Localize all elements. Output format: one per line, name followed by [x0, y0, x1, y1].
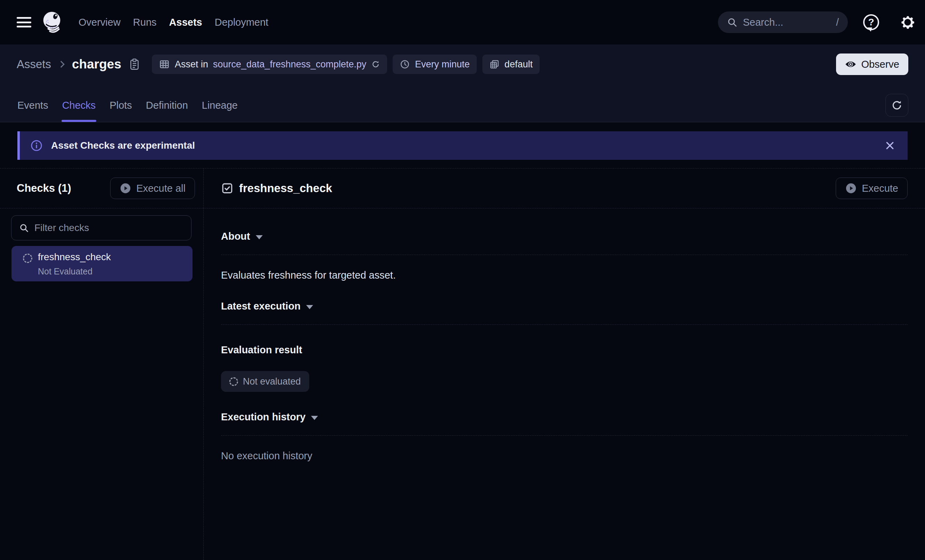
clock-icon — [399, 59, 410, 69]
nav-link-deployment[interactable]: Deployment — [215, 17, 269, 28]
section-divider — [221, 254, 908, 255]
group-tag[interactable]: default — [482, 54, 539, 74]
checkbox-icon — [221, 182, 234, 194]
not-evaluated-spinner-icon — [229, 377, 238, 386]
filter-checks-wrap — [11, 215, 191, 240]
filter-checks-input[interactable] — [35, 222, 184, 233]
page-title: charges — [72, 57, 121, 72]
execute-all-button[interactable]: Execute all — [110, 178, 195, 199]
caret-down-icon — [311, 416, 318, 420]
asset-tabs: Events Checks Plots Definition Lineage — [17, 89, 238, 122]
check-detail-body: About Evaluates freshness for targeted a… — [203, 208, 925, 462]
check-detail-panel: freshness_check Execute About Evaluates … — [203, 169, 925, 560]
execution-history-section-header[interactable]: Execution history — [221, 411, 908, 423]
not-evaluated-spinner-icon — [23, 254, 32, 263]
caret-down-icon — [256, 235, 263, 239]
freshness-schedule-tag[interactable]: Every minute — [393, 54, 477, 74]
nav-link-assets[interactable]: Assets — [169, 17, 202, 28]
primary-nav: Overview Runs Assets Deployment — [78, 17, 268, 28]
caret-down-icon — [306, 305, 313, 309]
section-divider — [221, 435, 908, 436]
repo-grid-icon — [489, 59, 500, 69]
table-grid-icon — [159, 59, 170, 70]
breadcrumb-chevron-icon — [58, 61, 65, 68]
eye-icon — [845, 60, 856, 68]
refresh-icon — [890, 99, 903, 111]
observe-button[interactable]: Observe — [836, 54, 908, 75]
execution-history-heading: Execution history — [221, 411, 306, 423]
settings-gear-icon[interactable] — [899, 14, 916, 30]
top-navbar: Overview Runs Assets Deployment / ? — [0, 0, 925, 44]
asset-tabs-row: Events Checks Plots Definition Lineage — [17, 89, 908, 122]
search-icon — [727, 17, 737, 27]
copy-asset-name-icon[interactable] — [129, 58, 140, 70]
info-icon — [30, 139, 43, 152]
asset-tag-prefix: Asset in — [175, 59, 208, 70]
help-icon[interactable]: ? — [863, 14, 879, 30]
evaluation-result-badge-label: Not evaluated — [243, 376, 301, 387]
checks-sidebar: Checks (1) Execute all — [0, 169, 203, 560]
tab-definition[interactable]: Definition — [145, 89, 189, 122]
search-input[interactable] — [743, 17, 830, 28]
execute-all-label: Execute all — [136, 183, 185, 194]
evaluation-result-badge: Not evaluated — [221, 371, 309, 392]
tab-events[interactable]: Events — [17, 89, 49, 122]
search-icon — [19, 223, 29, 233]
execution-history-empty-text: No execution history — [221, 450, 908, 462]
reload-definition-icon[interactable] — [371, 60, 380, 69]
asset-definition-file-link[interactable]: source_data_freshness_complete.py — [213, 59, 366, 70]
about-section-header[interactable]: About — [221, 231, 908, 242]
check-detail-header: freshness_check Execute — [203, 169, 925, 208]
checks-sidebar-header: Checks (1) Execute all — [0, 169, 203, 208]
global-search[interactable]: / — [718, 12, 848, 33]
app-root: Overview Runs Assets Deployment / ? Asse… — [0, 0, 925, 560]
dagster-logo[interactable] — [42, 11, 63, 33]
checks-count-title: Checks (1) — [17, 182, 71, 194]
section-divider — [221, 324, 908, 325]
banner-message: Asset Checks are experimental — [51, 140, 195, 151]
play-circle-icon — [845, 182, 857, 194]
latest-execution-section-header[interactable]: Latest execution — [221, 301, 908, 312]
filter-checks-box[interactable] — [11, 215, 191, 240]
play-circle-icon — [119, 182, 131, 194]
observe-button-label: Observe — [861, 59, 899, 70]
tab-checks[interactable]: Checks — [62, 89, 96, 122]
group-tag-label: default — [505, 59, 533, 70]
nav-link-overview[interactable]: Overview — [78, 17, 121, 28]
search-shortcut-hint: / — [836, 17, 839, 28]
check-item-name: freshness_check — [38, 251, 111, 263]
latest-execution-heading: Latest execution — [221, 301, 301, 312]
nav-link-runs[interactable]: Runs — [133, 17, 157, 28]
execute-button[interactable]: Execute — [836, 178, 908, 199]
experimental-banner: Asset Checks are experimental — [17, 131, 908, 160]
evaluation-result-heading: Evaluation result — [221, 344, 908, 356]
about-description: Evaluates freshness for targeted asset. — [221, 269, 908, 281]
banner-close-icon[interactable] — [885, 140, 895, 151]
checks-content: Checks (1) Execute all — [0, 168, 925, 560]
asset-definition-tag[interactable]: Asset in source_data_freshness_complete.… — [152, 54, 387, 74]
breadcrumb: Assets charges — [17, 54, 908, 75]
breadcrumb-assets-link[interactable]: Assets — [17, 58, 51, 71]
tab-plots[interactable]: Plots — [109, 89, 133, 122]
asset-page-header: Assets charges — [0, 44, 925, 122]
check-detail-title: freshness_check — [239, 182, 332, 195]
refresh-button[interactable] — [885, 94, 908, 117]
hamburger-menu-icon[interactable] — [17, 17, 31, 27]
about-heading: About — [221, 231, 250, 242]
check-item-status: Not Evaluated — [38, 266, 111, 277]
tab-lineage[interactable]: Lineage — [201, 89, 238, 122]
execute-label: Execute — [862, 183, 898, 194]
schedule-tag-label: Every minute — [415, 59, 470, 70]
check-list-item-freshness-check[interactable]: freshness_check Not Evaluated — [12, 246, 193, 282]
